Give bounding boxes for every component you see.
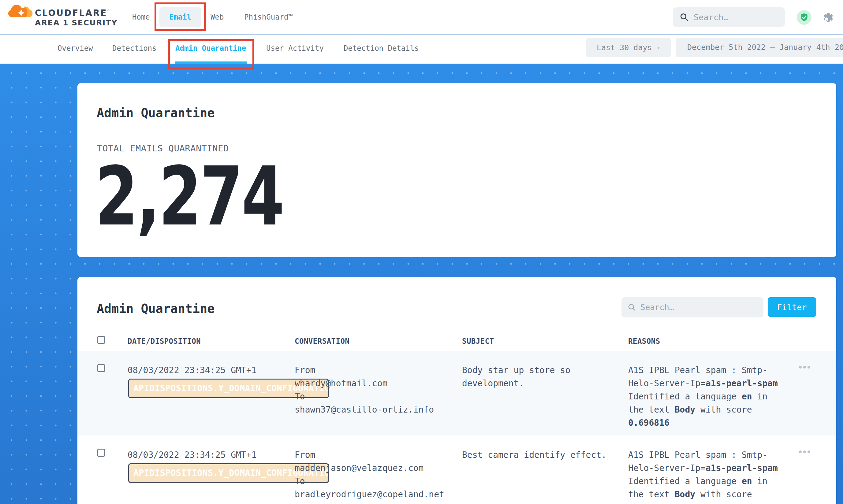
row-actions-menu-button[interactable] bbox=[799, 366, 810, 368]
quarantine-card-title: Admin Quarantine bbox=[97, 302, 214, 316]
to-label: To bbox=[295, 390, 452, 403]
table-row: 08/03/2022 23:34:25 GMT+1 APIDISPOSITION… bbox=[77, 435, 836, 504]
brand-subtitle: AREA 1 SECURITY bbox=[35, 18, 118, 27]
chevron-down-icon: ▾ bbox=[657, 44, 660, 51]
row-checkbox[interactable] bbox=[97, 364, 105, 372]
metric-value: 2,274 bbox=[95, 156, 283, 237]
email-subnav: Overview Detections Admin Quarantine Use… bbox=[0, 35, 843, 64]
settings-gear-icon[interactable] bbox=[823, 12, 834, 23]
ellipsis-icon bbox=[799, 450, 802, 453]
row-conversation: From whardy@hotmail.com To shawn37@casti… bbox=[295, 364, 452, 416]
area1-dashboard: CLOUDFLARE’ AREA 1 SECURITY Home Email W… bbox=[0, 0, 843, 504]
period-dropdown[interactable]: Last 30 days ▾ bbox=[586, 38, 671, 57]
column-header-conversation[interactable]: CONVERSATION bbox=[295, 337, 349, 346]
period-dropdown-label: Last 30 days bbox=[597, 43, 652, 52]
subtab-detections[interactable]: Detections bbox=[112, 35, 157, 64]
column-header-date[interactable]: DATE/DISPOSITION bbox=[128, 337, 201, 346]
table-row: 08/03/2022 23:34:25 GMT+1 APIDISPOSITION… bbox=[77, 351, 836, 435]
row-date: 08/03/2022 23:34:25 GMT+1 bbox=[128, 448, 295, 462]
column-header-subject[interactable]: SUBJECT bbox=[462, 337, 494, 346]
to-address: bradleyrodriguez@copeland.net bbox=[295, 488, 452, 501]
cloudflare-logo-icon[interactable] bbox=[7, 2, 34, 20]
table-header-row: DATE/DISPOSITION CONVERSATION SUBJECT RE… bbox=[77, 329, 836, 351]
quarantine-table-card: Admin Quarantine Filter DATE/DISPOSITION… bbox=[77, 277, 836, 504]
from-address: maddenjason@velazquez.com bbox=[295, 462, 452, 475]
shield-check-icon bbox=[799, 13, 809, 22]
topnav-item-web[interactable]: Web bbox=[211, 0, 224, 35]
row-actions-menu-button[interactable] bbox=[799, 450, 810, 453]
global-search-input[interactable] bbox=[694, 13, 779, 22]
subtab-overview[interactable]: Overview bbox=[57, 35, 93, 64]
row-checkbox[interactable] bbox=[97, 449, 105, 457]
to-label: To bbox=[295, 475, 452, 488]
row-reasons: A1S IPBL Pearl spam : Smtp-Helo-Server-I… bbox=[628, 364, 783, 429]
column-header-reasons[interactable]: REASONS bbox=[628, 337, 660, 346]
from-label: From bbox=[295, 364, 452, 377]
row-date: 08/03/2022 23:34:25 GMT+1 bbox=[128, 364, 295, 377]
row-reasons: A1S IPBL Pearl spam : Smtp-Helo-Server-I… bbox=[628, 448, 783, 504]
table-search[interactable] bbox=[621, 297, 763, 318]
topnav-item-email[interactable]: Email bbox=[159, 7, 201, 27]
from-label: From bbox=[295, 448, 452, 462]
row-conversation: From maddenjason@velazquez.com To bradle… bbox=[295, 448, 452, 501]
subtab-admin-quarantine[interactable]: Admin Quarantine bbox=[175, 35, 246, 64]
search-icon bbox=[628, 303, 636, 312]
row-subject: Body star up store so development. bbox=[462, 364, 617, 390]
row-subject: Best camera identify effect. bbox=[462, 448, 617, 462]
brand-trademark: ’ bbox=[107, 8, 110, 14]
table-search-input[interactable] bbox=[640, 303, 744, 312]
summary-card-title: Admin Quarantine bbox=[97, 106, 214, 120]
top-header: CLOUDFLARE’ AREA 1 SECURITY Home Email W… bbox=[0, 0, 843, 35]
date-range-display[interactable]: December 5th 2022 — January 4th 2023 bbox=[675, 38, 843, 57]
global-search[interactable] bbox=[673, 7, 785, 27]
filter-button[interactable]: Filter bbox=[768, 297, 816, 317]
to-address: shawn37@castillo-ortiz.info bbox=[295, 403, 452, 416]
active-tab-underline bbox=[175, 61, 247, 64]
topnav-item-home[interactable]: Home bbox=[132, 0, 150, 35]
summary-card: Admin Quarantine TOTAL EMAILS QUARANTINE… bbox=[77, 83, 836, 257]
topnav-item-phishguard[interactable]: PhishGuard™ bbox=[244, 0, 293, 35]
subtab-user-activity[interactable]: User Activity bbox=[266, 35, 324, 64]
from-address: whardy@hotmail.com bbox=[295, 377, 452, 390]
protection-status-badge[interactable] bbox=[797, 10, 811, 25]
select-all-checkbox[interactable] bbox=[97, 336, 105, 344]
ellipsis-icon bbox=[799, 366, 802, 368]
brand-name: CLOUDFLARE’ bbox=[35, 8, 110, 18]
subtab-detection-details[interactable]: Detection Details bbox=[344, 35, 419, 64]
search-icon bbox=[680, 13, 689, 22]
